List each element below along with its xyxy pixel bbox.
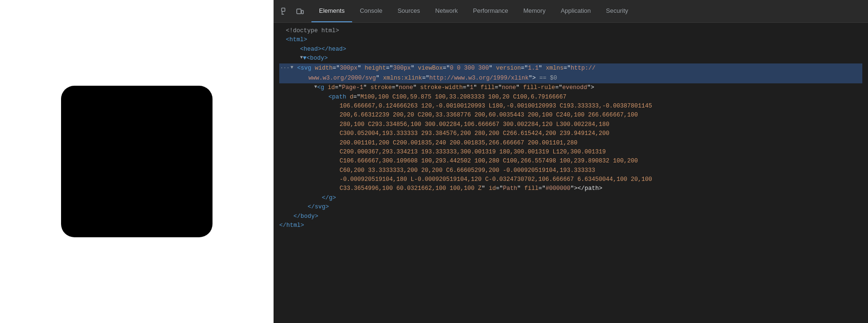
inspect-element-icon[interactable] xyxy=(278,5,292,18)
tab-performance[interactable]: Performance xyxy=(465,0,515,22)
code-line-path1: <path d="M100,100 C100,59.875 100,33.208… xyxy=(279,93,862,102)
code-line-svg-open2: ··· www.w3.org/2000/svg" xmlns:xlink="ht… xyxy=(279,73,862,83)
code-line-path9: C60,200 33.3333333,200 20,200 C6.6660529… xyxy=(279,166,862,175)
cross-icon xyxy=(61,86,213,237)
code-line-g-close: </g> xyxy=(279,194,862,203)
svg-rect-4 xyxy=(301,10,303,14)
devtools-toolbar-icons xyxy=(274,0,311,22)
preview-canvas xyxy=(0,0,274,323)
code-line-html-close: </html> xyxy=(279,221,862,230)
code-line-path5: C300.052004,193.333333 293.384576,200 28… xyxy=(279,129,862,138)
tab-elements[interactable]: Elements xyxy=(311,0,352,22)
code-line-path6: 200.001101,200 C200.001835,240 200.00183… xyxy=(279,139,862,148)
tab-security[interactable]: Security xyxy=(598,0,636,22)
code-line-path3: 200,6.66312239 200,20 C200,33.3368776 20… xyxy=(279,111,862,120)
code-line-svg-close: </svg> xyxy=(279,203,862,212)
code-line-path11: C33.3654996,100 60.0321662,100 100,100 Z… xyxy=(279,184,862,193)
code-line-body-close: </body> xyxy=(279,212,862,221)
code-line-path7: C200.000367,293.334213 193.333333,300.00… xyxy=(279,148,862,157)
tab-sources[interactable]: Sources xyxy=(390,0,428,22)
code-line-path10: -0.000920519104,180 L-0.000920519104,120… xyxy=(279,175,862,184)
devtools-code-view[interactable]: <!doctype html> <html> <head></head> ▼<b… xyxy=(274,23,868,323)
tab-console[interactable]: Console xyxy=(352,0,390,22)
code-line-head: <head></head> xyxy=(279,45,862,54)
code-line-svg-open: ··· ▼ <svg width="300px" height="300px" … xyxy=(279,63,862,73)
tab-application[interactable]: Application xyxy=(553,0,599,22)
code-line-body-open: ▼<body> xyxy=(279,54,862,63)
code-line-doctype: <!doctype html> xyxy=(279,27,862,36)
code-line-path4: 280,100 C293.334856,100 300.002284,106.6… xyxy=(279,120,862,129)
device-toggle-icon[interactable] xyxy=(293,5,307,18)
tab-network[interactable]: Network xyxy=(428,0,466,22)
tab-memory[interactable]: Memory xyxy=(516,0,553,22)
svg-rect-3 xyxy=(297,9,301,14)
code-line-path2: 106.666667,0.124666263 120,-0.0010012099… xyxy=(279,102,862,111)
code-line-g-open: ▼ <g id="Page-1" stroke="none" stroke-wi… xyxy=(279,83,862,92)
code-line-html: <html> xyxy=(279,36,862,45)
devtools-tab-bar: Elements Console Sources Network Perform… xyxy=(274,0,868,23)
svg-rect-0 xyxy=(282,8,285,11)
devtools-panel: Elements Console Sources Network Perform… xyxy=(274,0,868,323)
code-line-path8: C106.666667,300.109608 100,293.442502 10… xyxy=(279,157,862,166)
